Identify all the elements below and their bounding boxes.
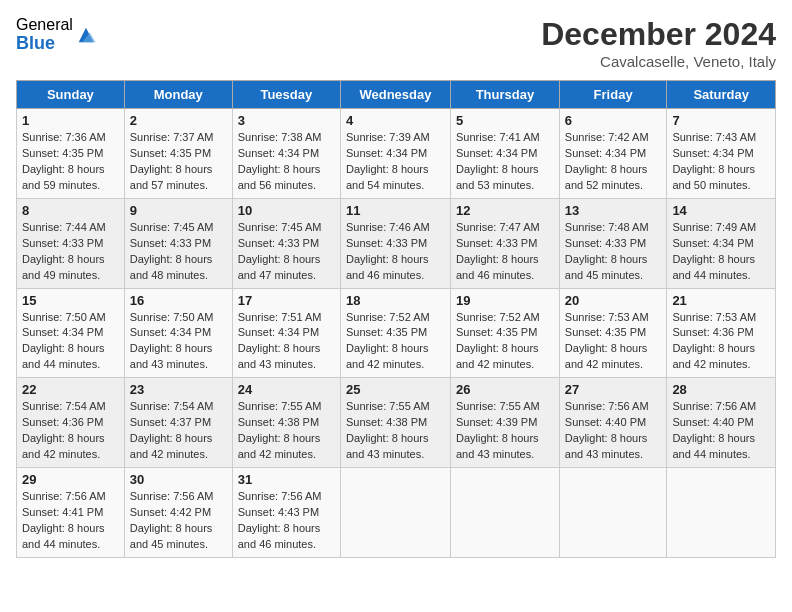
day-info: Sunrise: 7:39 AMSunset: 4:34 PMDaylight:… bbox=[346, 130, 445, 194]
calendar-cell: 19Sunrise: 7:52 AMSunset: 4:35 PMDayligh… bbox=[451, 288, 560, 378]
calendar-cell bbox=[340, 468, 450, 558]
title-area: December 2024 Cavalcaselle, Veneto, Ital… bbox=[541, 16, 776, 70]
day-number: 24 bbox=[238, 382, 335, 397]
weekday-header-row: SundayMondayTuesdayWednesdayThursdayFrid… bbox=[17, 81, 776, 109]
calendar-cell: 7Sunrise: 7:43 AMSunset: 4:34 PMDaylight… bbox=[667, 109, 776, 199]
day-info: Sunrise: 7:56 AMSunset: 4:40 PMDaylight:… bbox=[565, 399, 662, 463]
day-info: Sunrise: 7:51 AMSunset: 4:34 PMDaylight:… bbox=[238, 310, 335, 374]
day-number: 29 bbox=[22, 472, 119, 487]
calendar-cell: 3Sunrise: 7:38 AMSunset: 4:34 PMDaylight… bbox=[232, 109, 340, 199]
calendar-cell: 1Sunrise: 7:36 AMSunset: 4:35 PMDaylight… bbox=[17, 109, 125, 199]
calendar-cell: 10Sunrise: 7:45 AMSunset: 4:33 PMDayligh… bbox=[232, 198, 340, 288]
calendar-cell: 29Sunrise: 7:56 AMSunset: 4:41 PMDayligh… bbox=[17, 468, 125, 558]
day-info: Sunrise: 7:55 AMSunset: 4:39 PMDaylight:… bbox=[456, 399, 554, 463]
day-info: Sunrise: 7:56 AMSunset: 4:43 PMDaylight:… bbox=[238, 489, 335, 553]
day-number: 10 bbox=[238, 203, 335, 218]
page-header: General Blue December 2024 Cavalcaselle,… bbox=[16, 16, 776, 70]
calendar-cell: 8Sunrise: 7:44 AMSunset: 4:33 PMDaylight… bbox=[17, 198, 125, 288]
day-info: Sunrise: 7:41 AMSunset: 4:34 PMDaylight:… bbox=[456, 130, 554, 194]
day-info: Sunrise: 7:43 AMSunset: 4:34 PMDaylight:… bbox=[672, 130, 770, 194]
calendar-cell: 15Sunrise: 7:50 AMSunset: 4:34 PMDayligh… bbox=[17, 288, 125, 378]
logo-blue: Blue bbox=[16, 34, 73, 54]
calendar-cell: 18Sunrise: 7:52 AMSunset: 4:35 PMDayligh… bbox=[340, 288, 450, 378]
calendar-cell: 4Sunrise: 7:39 AMSunset: 4:34 PMDaylight… bbox=[340, 109, 450, 199]
calendar-cell: 28Sunrise: 7:56 AMSunset: 4:40 PMDayligh… bbox=[667, 378, 776, 468]
day-info: Sunrise: 7:42 AMSunset: 4:34 PMDaylight:… bbox=[565, 130, 662, 194]
day-info: Sunrise: 7:54 AMSunset: 4:36 PMDaylight:… bbox=[22, 399, 119, 463]
calendar-cell: 9Sunrise: 7:45 AMSunset: 4:33 PMDaylight… bbox=[124, 198, 232, 288]
day-info: Sunrise: 7:38 AMSunset: 4:34 PMDaylight:… bbox=[238, 130, 335, 194]
logo-general: General bbox=[16, 16, 73, 34]
calendar-week-5: 29Sunrise: 7:56 AMSunset: 4:41 PMDayligh… bbox=[17, 468, 776, 558]
calendar-cell bbox=[559, 468, 667, 558]
calendar-cell: 6Sunrise: 7:42 AMSunset: 4:34 PMDaylight… bbox=[559, 109, 667, 199]
calendar-week-1: 1Sunrise: 7:36 AMSunset: 4:35 PMDaylight… bbox=[17, 109, 776, 199]
day-number: 17 bbox=[238, 293, 335, 308]
logo-icon bbox=[75, 24, 97, 46]
day-number: 14 bbox=[672, 203, 770, 218]
calendar-cell: 31Sunrise: 7:56 AMSunset: 4:43 PMDayligh… bbox=[232, 468, 340, 558]
day-number: 21 bbox=[672, 293, 770, 308]
day-info: Sunrise: 7:46 AMSunset: 4:33 PMDaylight:… bbox=[346, 220, 445, 284]
calendar-cell bbox=[667, 468, 776, 558]
calendar-cell: 11Sunrise: 7:46 AMSunset: 4:33 PMDayligh… bbox=[340, 198, 450, 288]
day-number: 11 bbox=[346, 203, 445, 218]
day-number: 8 bbox=[22, 203, 119, 218]
day-number: 3 bbox=[238, 113, 335, 128]
day-info: Sunrise: 7:52 AMSunset: 4:35 PMDaylight:… bbox=[346, 310, 445, 374]
calendar-cell: 22Sunrise: 7:54 AMSunset: 4:36 PMDayligh… bbox=[17, 378, 125, 468]
logo: General Blue bbox=[16, 16, 97, 53]
day-number: 4 bbox=[346, 113, 445, 128]
calendar-table: SundayMondayTuesdayWednesdayThursdayFrid… bbox=[16, 80, 776, 558]
day-number: 31 bbox=[238, 472, 335, 487]
weekday-header-saturday: Saturday bbox=[667, 81, 776, 109]
day-number: 15 bbox=[22, 293, 119, 308]
weekday-header-monday: Monday bbox=[124, 81, 232, 109]
day-number: 18 bbox=[346, 293, 445, 308]
day-info: Sunrise: 7:45 AMSunset: 4:33 PMDaylight:… bbox=[130, 220, 227, 284]
day-number: 30 bbox=[130, 472, 227, 487]
calendar-cell: 13Sunrise: 7:48 AMSunset: 4:33 PMDayligh… bbox=[559, 198, 667, 288]
weekday-header-wednesday: Wednesday bbox=[340, 81, 450, 109]
day-info: Sunrise: 7:48 AMSunset: 4:33 PMDaylight:… bbox=[565, 220, 662, 284]
location-title: Cavalcaselle, Veneto, Italy bbox=[541, 53, 776, 70]
calendar-cell: 27Sunrise: 7:56 AMSunset: 4:40 PMDayligh… bbox=[559, 378, 667, 468]
calendar-week-4: 22Sunrise: 7:54 AMSunset: 4:36 PMDayligh… bbox=[17, 378, 776, 468]
day-number: 1 bbox=[22, 113, 119, 128]
calendar-cell: 24Sunrise: 7:55 AMSunset: 4:38 PMDayligh… bbox=[232, 378, 340, 468]
calendar-cell: 12Sunrise: 7:47 AMSunset: 4:33 PMDayligh… bbox=[451, 198, 560, 288]
day-number: 22 bbox=[22, 382, 119, 397]
calendar-cell: 26Sunrise: 7:55 AMSunset: 4:39 PMDayligh… bbox=[451, 378, 560, 468]
calendar-week-3: 15Sunrise: 7:50 AMSunset: 4:34 PMDayligh… bbox=[17, 288, 776, 378]
day-info: Sunrise: 7:44 AMSunset: 4:33 PMDaylight:… bbox=[22, 220, 119, 284]
calendar-cell: 2Sunrise: 7:37 AMSunset: 4:35 PMDaylight… bbox=[124, 109, 232, 199]
day-number: 12 bbox=[456, 203, 554, 218]
day-number: 2 bbox=[130, 113, 227, 128]
day-number: 20 bbox=[565, 293, 662, 308]
day-number: 25 bbox=[346, 382, 445, 397]
day-number: 7 bbox=[672, 113, 770, 128]
day-number: 23 bbox=[130, 382, 227, 397]
weekday-header-thursday: Thursday bbox=[451, 81, 560, 109]
day-info: Sunrise: 7:37 AMSunset: 4:35 PMDaylight:… bbox=[130, 130, 227, 194]
calendar-cell: 16Sunrise: 7:50 AMSunset: 4:34 PMDayligh… bbox=[124, 288, 232, 378]
calendar-cell bbox=[451, 468, 560, 558]
day-info: Sunrise: 7:55 AMSunset: 4:38 PMDaylight:… bbox=[346, 399, 445, 463]
calendar-cell: 25Sunrise: 7:55 AMSunset: 4:38 PMDayligh… bbox=[340, 378, 450, 468]
day-info: Sunrise: 7:54 AMSunset: 4:37 PMDaylight:… bbox=[130, 399, 227, 463]
day-info: Sunrise: 7:50 AMSunset: 4:34 PMDaylight:… bbox=[22, 310, 119, 374]
calendar-cell: 20Sunrise: 7:53 AMSunset: 4:35 PMDayligh… bbox=[559, 288, 667, 378]
weekday-header-tuesday: Tuesday bbox=[232, 81, 340, 109]
day-number: 27 bbox=[565, 382, 662, 397]
day-info: Sunrise: 7:52 AMSunset: 4:35 PMDaylight:… bbox=[456, 310, 554, 374]
month-title: December 2024 bbox=[541, 16, 776, 53]
day-number: 19 bbox=[456, 293, 554, 308]
day-info: Sunrise: 7:50 AMSunset: 4:34 PMDaylight:… bbox=[130, 310, 227, 374]
day-info: Sunrise: 7:45 AMSunset: 4:33 PMDaylight:… bbox=[238, 220, 335, 284]
calendar-cell: 21Sunrise: 7:53 AMSunset: 4:36 PMDayligh… bbox=[667, 288, 776, 378]
weekday-header-friday: Friday bbox=[559, 81, 667, 109]
day-number: 26 bbox=[456, 382, 554, 397]
day-number: 9 bbox=[130, 203, 227, 218]
day-info: Sunrise: 7:56 AMSunset: 4:41 PMDaylight:… bbox=[22, 489, 119, 553]
day-info: Sunrise: 7:36 AMSunset: 4:35 PMDaylight:… bbox=[22, 130, 119, 194]
